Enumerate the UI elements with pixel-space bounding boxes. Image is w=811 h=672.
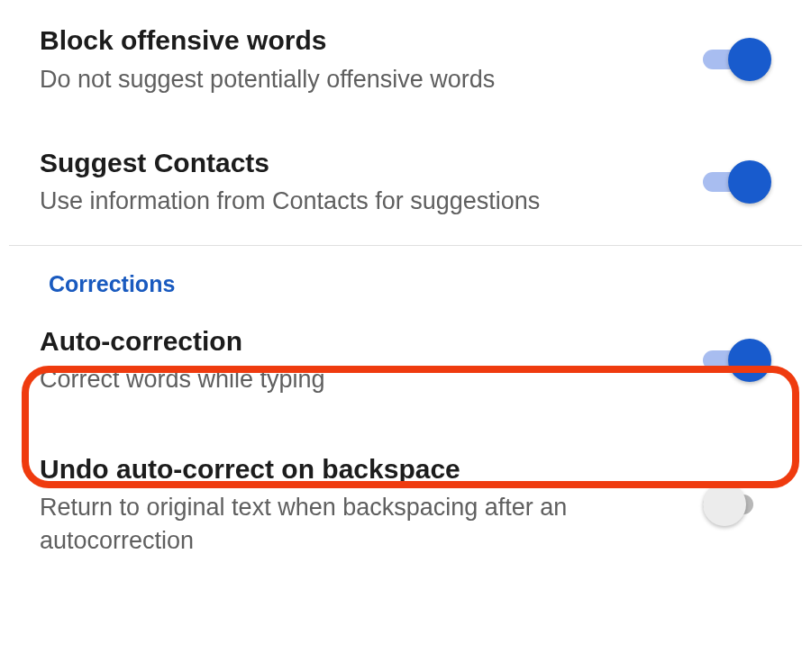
setting-title: Suggest Contacts — [40, 146, 667, 180]
toggle-thumb — [728, 160, 771, 204]
toggle-block-offensive-words[interactable] — [703, 38, 771, 81]
toggle-thumb — [703, 483, 746, 526]
section-header-corrections: Corrections — [9, 246, 802, 301]
toggle-suggest-contacts[interactable] — [703, 160, 771, 204]
setting-subtitle: Correct words while typing — [40, 363, 667, 395]
toggle-undo-auto-correct[interactable] — [703, 483, 771, 526]
setting-subtitle: Use information from Contacts for sugges… — [40, 185, 667, 217]
setting-undo-auto-correct[interactable]: Undo auto-correct on backspace Return to… — [9, 423, 802, 584]
toggle-thumb — [728, 339, 771, 382]
setting-title: Undo auto-correct on backspace — [40, 452, 667, 486]
setting-auto-correction[interactable]: Auto-correction Correct words while typi… — [9, 301, 802, 423]
setting-text: Suggest Contacts Use information from Co… — [40, 146, 703, 218]
toggle-auto-correction[interactable] — [703, 339, 771, 382]
setting-text: Block offensive words Do not suggest pot… — [40, 23, 703, 95]
setting-suggest-contacts[interactable]: Suggest Contacts Use information from Co… — [9, 123, 802, 245]
setting-title: Block offensive words — [40, 23, 667, 58]
setting-text: Undo auto-correct on backspace Return to… — [40, 452, 703, 557]
setting-block-offensive-words[interactable]: Block offensive words Do not suggest pot… — [9, 0, 802, 123]
setting-subtitle: Return to original text when backspacing… — [40, 491, 667, 557]
setting-text: Auto-correction Correct words while typi… — [40, 324, 703, 396]
setting-subtitle: Do not suggest potentially offensive wor… — [40, 63, 667, 95]
settings-list: Block offensive words Do not suggest pot… — [0, 0, 811, 584]
setting-title: Auto-correction — [40, 324, 667, 359]
toggle-thumb — [728, 38, 771, 81]
